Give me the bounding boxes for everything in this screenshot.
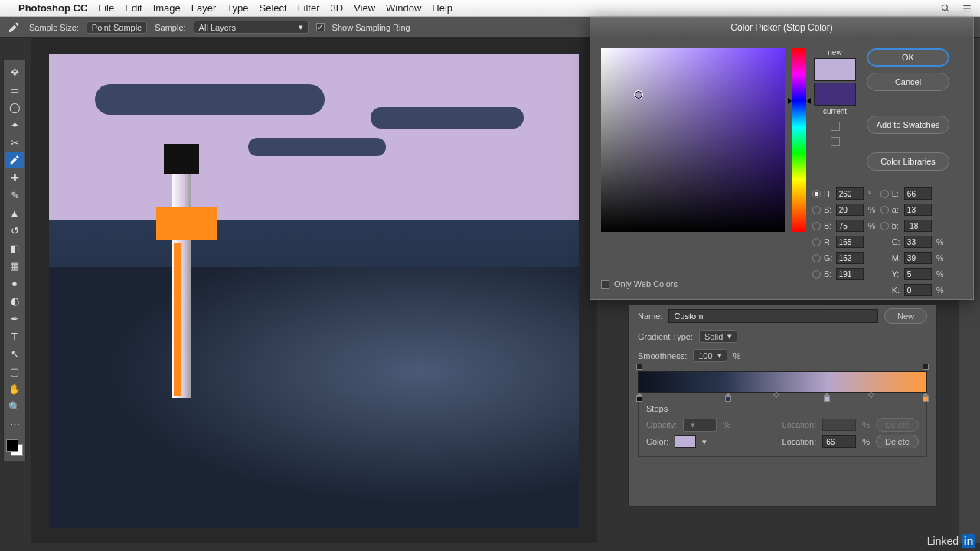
c-label: C: [880,237,901,246]
cube-icon[interactable] [831,122,840,131]
current-color-swatch[interactable] [814,83,856,106]
g-radio[interactable]: G: [812,253,833,262]
g-input[interactable] [836,252,864,264]
menu-list-icon[interactable] [962,3,972,14]
color-loc-label: Location: [782,437,817,446]
h-input[interactable] [836,187,864,200]
chevron-down-icon[interactable]: ▾ [702,437,707,447]
move-tool[interactable]: ✥ [5,64,24,80]
lab-b-radio[interactable]: b: [880,221,901,230]
owc-checkbox[interactable] [601,280,609,289]
hue-arrow-left[interactable] [788,98,792,104]
shape-tool[interactable]: ▢ [5,363,24,380]
eraser-tool[interactable]: ◧ [5,240,24,256]
marquee-tool[interactable]: ▭ [5,81,24,98]
type-tool[interactable]: T [5,328,24,344]
color-swatches[interactable] [5,438,24,458]
l-radio[interactable]: L: [880,189,901,198]
k-input[interactable] [904,284,932,296]
show-ring-label: Show Sampling Ring [332,23,410,32]
stamp-tool[interactable]: ▲ [5,204,24,221]
menu-select[interactable]: Select [259,2,286,14]
foreground-swatch[interactable] [6,439,18,452]
sv-cursor[interactable] [635,91,642,99]
eyedropper-tool[interactable] [5,152,24,168]
a-input[interactable] [904,204,932,216]
sample-size-dropdown[interactable]: Point Sample [87,21,147,34]
pen-tool[interactable]: ✒ [5,310,24,327]
lab-b-input[interactable] [904,220,932,232]
dodge-tool[interactable]: ◐ [5,292,24,309]
smoothness-input[interactable]: 100▾ [693,349,727,362]
document-canvas[interactable] [31,38,597,543]
y-input[interactable] [904,268,932,280]
opacity-stop-right[interactable] [923,364,929,370]
color-stop-1[interactable] [635,393,643,402]
menu-file[interactable]: File [98,2,114,14]
linkedin-text: Linked [927,535,959,547]
show-ring-checkbox[interactable]: ✓ [316,23,325,31]
menu-help[interactable]: Help [432,2,452,14]
menu-3d[interactable]: 3D [331,2,344,14]
zoom-tool[interactable]: 🔍 [5,398,24,415]
bv-input[interactable] [836,220,864,232]
cancel-button[interactable]: Cancel [867,73,949,91]
path-tool[interactable]: ↖ [5,345,24,362]
websafe-icon[interactable] [831,137,840,146]
midpoint-1[interactable] [773,392,779,398]
color-stop-2[interactable] [724,393,732,402]
only-web-colors[interactable]: Only Web Colors [601,279,678,289]
sample-dropdown[interactable]: All Layers▾ [194,21,309,34]
color-libraries-button[interactable]: Color Libraries [867,152,949,171]
blur-tool[interactable]: ● [5,275,24,292]
search-icon[interactable] [940,3,951,14]
heal-tool[interactable]: ✚ [5,169,24,186]
r-input[interactable] [836,236,864,248]
a-radio[interactable]: a: [880,205,901,214]
hue-slider[interactable] [792,48,806,232]
l-input[interactable] [904,187,932,200]
eyedropper-tool-icon [6,20,21,35]
grad-new-button[interactable]: New [884,308,927,324]
gradient-editor: Name: New Gradient Type: Solid▾ Smoothne… [628,305,937,507]
s-radio[interactable]: S: [812,205,833,214]
menu-window[interactable]: Window [386,2,421,14]
saturation-value-field[interactable] [601,48,785,232]
midpoint-2[interactable] [868,392,874,398]
opacity-stop-left[interactable] [636,364,642,370]
color-delete-button[interactable]: Delete [876,435,919,448]
menu-filter[interactable]: Filter [298,2,320,14]
menu-layer[interactable]: Layer [191,2,217,14]
stop-color-swatch[interactable] [675,435,696,448]
b2-radio[interactable]: B: [812,269,833,279]
crop-tool[interactable]: ✂ [5,134,24,151]
wand-tool[interactable]: ✦ [5,116,24,133]
add-swatches-button[interactable]: Add to Swatches [867,116,949,134]
grad-type-dropdown[interactable]: Solid▾ [699,330,737,343]
m-input[interactable] [904,252,932,264]
h-radio[interactable]: H: [812,189,833,198]
b-radio[interactable]: B: [812,221,833,230]
bb-input[interactable] [836,268,864,280]
menu-image[interactable]: Image [153,2,181,14]
menu-edit[interactable]: Edit [125,2,142,14]
color-loc-input[interactable] [822,435,856,448]
edit-toolbar[interactable]: ⋯ [5,416,24,432]
lasso-tool[interactable]: ◯ [5,99,24,116]
color-stop-4[interactable] [922,393,929,402]
menu-type[interactable]: Type [227,2,248,14]
s-input[interactable] [836,204,864,216]
gradient-bar[interactable] [638,371,927,393]
hand-tool[interactable]: ✋ [5,380,24,397]
r-radio[interactable]: R: [812,237,833,246]
ok-button[interactable]: OK [867,48,949,67]
grad-name-input[interactable] [668,309,878,323]
brush-tool[interactable]: ✎ [5,187,24,204]
hue-arrow-right[interactable] [807,98,811,104]
menu-view[interactable]: View [354,2,375,14]
history-brush-tool[interactable]: ↺ [5,222,24,239]
c-input[interactable] [904,236,932,248]
app-name[interactable]: Photoshop CC [18,2,87,14]
color-stop-3[interactable] [823,393,831,402]
gradient-tool[interactable]: ▦ [5,257,24,274]
